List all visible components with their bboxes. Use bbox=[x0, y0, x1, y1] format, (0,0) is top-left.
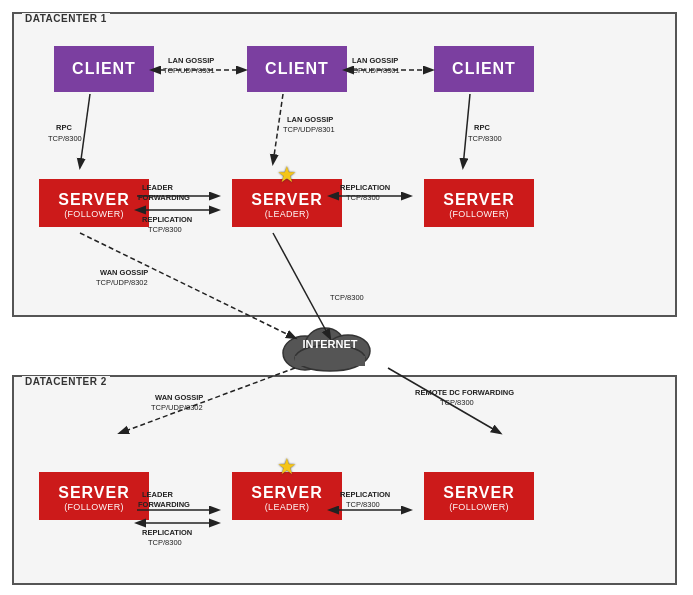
server3-box: SERVER (FOLLOWER) bbox=[424, 179, 534, 227]
diagram-container: DATACENTER 1 CLIENT CLIENT CLIENT SERVER… bbox=[0, 0, 693, 595]
server4-box: SERVER (FOLLOWER) bbox=[39, 472, 149, 520]
server5-main: SERVER bbox=[251, 484, 323, 501]
server1-sub: (FOLLOWER) bbox=[45, 209, 143, 219]
client2-label: CLIENT bbox=[265, 60, 329, 77]
client3-box: CLIENT bbox=[434, 46, 534, 92]
server1-box: SERVER (FOLLOWER) bbox=[39, 179, 149, 227]
client1-box: CLIENT bbox=[54, 46, 154, 92]
server4-main: SERVER bbox=[58, 484, 130, 501]
internet-label: INTERNET bbox=[270, 338, 390, 350]
svg-rect-4 bbox=[295, 356, 365, 366]
datacenter2-box: DATACENTER 2 SERVER (FOLLOWER) SERVER (L… bbox=[12, 375, 677, 585]
server3-sub: (FOLLOWER) bbox=[430, 209, 528, 219]
server2-sub: (LEADER) bbox=[238, 209, 336, 219]
server1-main: SERVER bbox=[58, 191, 130, 208]
leader-star-dc2: ★ bbox=[277, 454, 297, 480]
server6-sub: (FOLLOWER) bbox=[430, 502, 528, 512]
server4-sub: (FOLLOWER) bbox=[45, 502, 143, 512]
server3-main: SERVER bbox=[443, 191, 515, 208]
server5-sub: (LEADER) bbox=[238, 502, 336, 512]
client2-box: CLIENT bbox=[247, 46, 347, 92]
server6-box: SERVER (FOLLOWER) bbox=[424, 472, 534, 520]
server6-main: SERVER bbox=[443, 484, 515, 501]
internet-area: INTERNET bbox=[270, 318, 390, 377]
leader-star-dc1: ★ bbox=[277, 162, 297, 188]
datacenter1-label: DATACENTER 1 bbox=[22, 13, 110, 24]
datacenter1-box: DATACENTER 1 CLIENT CLIENT CLIENT SERVER… bbox=[12, 12, 677, 317]
datacenter2-label: DATACENTER 2 bbox=[22, 376, 110, 387]
server2-main: SERVER bbox=[251, 191, 323, 208]
client3-label: CLIENT bbox=[452, 60, 516, 77]
client1-label: CLIENT bbox=[72, 60, 136, 77]
